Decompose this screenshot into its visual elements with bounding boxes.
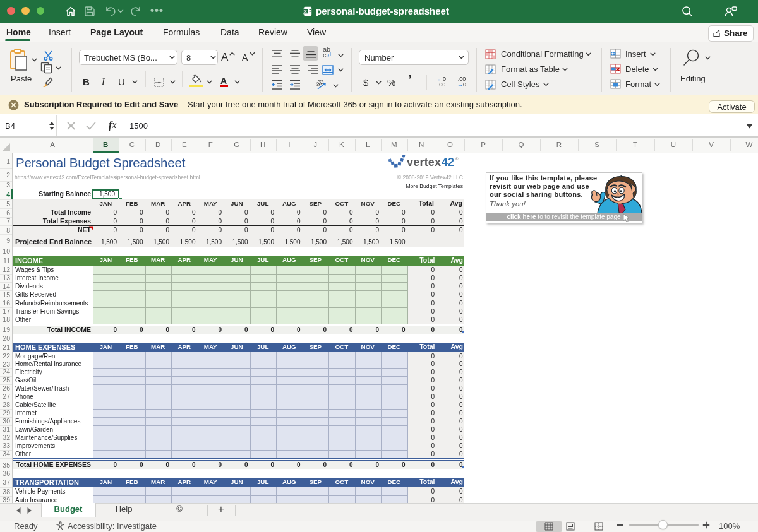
svg-text:42: 42 — [442, 156, 454, 168]
svg-text:vertex: vertex — [407, 156, 441, 168]
svg-text:®: ® — [455, 157, 459, 161]
svg-text:x: x — [304, 9, 307, 13]
